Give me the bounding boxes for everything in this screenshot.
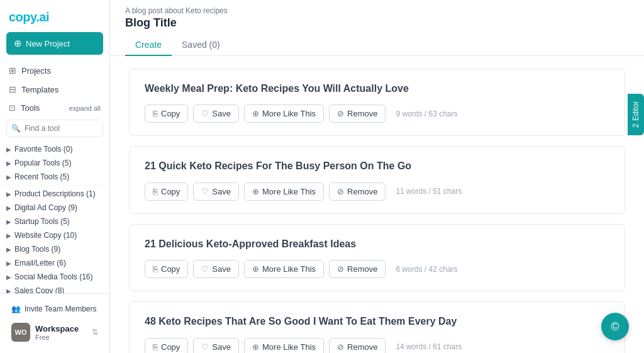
save-label: Save — [212, 187, 231, 196]
tab-create[interactable]: Create — [125, 35, 172, 56]
copy-icon: ⎘ — [153, 342, 158, 352]
chevron-icon: ▶ — [6, 191, 11, 198]
word-count-3: 14 words / 61 chars — [396, 342, 462, 351]
chat-icon: © — [611, 320, 619, 333]
top-bar: A blog post about Keto recipes Blog Titl… — [110, 0, 644, 56]
tool-group-label: Social Media Tools (16) — [14, 272, 93, 281]
remove-icon: ⊘ — [337, 342, 344, 352]
top-tabs: Create Saved (0) — [125, 35, 230, 55]
save-label: Save — [212, 264, 231, 274]
tool-group-2[interactable]: ▶ Recent Tools (5) — [0, 170, 109, 184]
remove-button-1[interactable]: ⊘ Remove — [329, 182, 386, 201]
save-button-0[interactable]: ♡ Save — [193, 104, 239, 123]
invite-icon: 👥 — [11, 305, 21, 313]
tool-group-1[interactable]: ▶ Popular Tools (5) — [0, 156, 109, 170]
new-project-button[interactable]: ⊕ New Project — [6, 32, 103, 55]
invite-team-button[interactable]: 👥 Invite Team Members — [6, 300, 103, 318]
templates-label: Templates — [21, 85, 58, 94]
copy-button-1[interactable]: ⎘ Copy — [145, 182, 188, 201]
remove-label: Remove — [347, 187, 377, 196]
logo-area: copy.ai — [0, 0, 109, 32]
tool-group-6[interactable]: ▶ Website Copy (10) — [0, 228, 109, 242]
sidebar: copy.ai ⊕ New Project ⊞ Projects ⊟ Templ… — [0, 0, 110, 353]
workspace-name: Workspace — [35, 324, 79, 333]
more-like-this-button-1[interactable]: ⊕ More Like This — [244, 182, 324, 201]
copy-label: Copy — [161, 342, 180, 352]
search-icon: 🔍 — [11, 124, 21, 133]
tool-group-label: Popular Tools (5) — [14, 159, 72, 167]
copy-label: Copy — [161, 109, 180, 118]
tool-group-7[interactable]: ▶ Blog Tools (9) — [0, 242, 109, 256]
more-like-this-button-2[interactable]: ⊕ More Like This — [244, 260, 324, 278]
save-button-1[interactable]: ♡ Save — [193, 182, 239, 201]
expand-all-button[interactable]: expand all — [69, 104, 101, 112]
chevron-icon: ▶ — [6, 146, 11, 153]
remove-button-2[interactable]: ⊘ Remove — [329, 260, 386, 278]
remove-icon: ⊘ — [337, 109, 344, 118]
workspace-avatar: WO — [11, 323, 30, 342]
word-count-0: 9 words / 63 chars — [396, 109, 457, 118]
result-actions-2: ⎘ Copy ♡ Save ⊕ More Like This ⊘ Remove … — [145, 260, 609, 278]
tool-group-4[interactable]: ▶ Digital Ad Copy (9) — [0, 201, 109, 215]
remove-button-3[interactable]: ⊘ Remove — [329, 338, 386, 353]
save-label: Save — [212, 342, 231, 352]
copy-button-0[interactable]: ⎘ Copy — [145, 104, 188, 123]
content-area: Weekly Meal Prep: Keto Recipes You Will … — [110, 56, 644, 353]
chat-bubble[interactable]: © — [601, 313, 629, 340]
chevron-icon: ▶ — [6, 205, 11, 211]
sidebar-footer: 👥 Invite Team Members WO Workspace Free … — [0, 293, 109, 353]
chevron-icon: ▶ — [6, 218, 11, 225]
chevron-icon: ▶ — [6, 160, 11, 167]
remove-button-0[interactable]: ⊘ Remove — [329, 104, 386, 123]
copy-button-2[interactable]: ⎘ Copy — [145, 260, 188, 278]
remove-label: Remove — [347, 264, 377, 274]
editor-button[interactable]: 2 Editor — [628, 94, 644, 135]
chevron-icon: ▶ — [6, 246, 11, 253]
tool-group-0[interactable]: ▶ Favorite Tools (0) — [0, 142, 109, 156]
tool-group-label: Product Descriptions (1) — [14, 189, 96, 198]
chevron-icon: ▶ — [6, 174, 11, 181]
page-header: A blog post about Keto recipes Blog Titl… — [125, 6, 230, 55]
tool-group-label: Sales Copy (8) — [14, 286, 64, 293]
save-button-3[interactable]: ♡ Save — [193, 338, 239, 353]
copy-label: Copy — [161, 187, 180, 196]
search-input[interactable] — [6, 120, 103, 137]
tools-label: Tools — [21, 103, 40, 113]
copy-icon: ⎘ — [153, 187, 158, 196]
editor-label: Editor — [631, 101, 640, 121]
tool-group-3[interactable]: ▶ Product Descriptions (1) — [0, 187, 109, 201]
tool-group-label: Recent Tools (5) — [14, 172, 69, 181]
result-actions-3: ⎘ Copy ♡ Save ⊕ More Like This ⊘ Remove … — [145, 338, 609, 353]
heart-icon: ♡ — [201, 109, 209, 118]
more-like-this-button-0[interactable]: ⊕ More Like This — [244, 104, 324, 123]
workspace-expand-icon: ⇅ — [92, 328, 98, 337]
more-like-this-button-3[interactable]: ⊕ More Like This — [244, 338, 324, 353]
workspace-row[interactable]: WO Workspace Free ⇅ — [6, 318, 103, 347]
logo-accent: .ai — [36, 10, 49, 24]
sidebar-item-projects[interactable]: ⊞ Projects — [0, 61, 109, 80]
tool-group-label: Startup Tools (5) — [14, 217, 70, 226]
breadcrumb: A blog post about Keto recipes — [125, 6, 230, 15]
templates-icon: ⊟ — [9, 84, 16, 94]
save-label: Save — [212, 109, 231, 118]
sidebar-item-templates[interactable]: ⊟ Templates — [0, 80, 109, 99]
logo-text: copy — [9, 10, 36, 24]
tool-group-9[interactable]: ▶ Social Media Tools (16) — [0, 270, 109, 284]
more-like-this-label: More Like This — [262, 264, 316, 274]
result-actions-1: ⎘ Copy ♡ Save ⊕ More Like This ⊘ Remove … — [145, 182, 609, 201]
result-card-1: 21 Quick Keto Recipes For The Busy Perso… — [129, 146, 625, 213]
tool-group-label: Website Copy (10) — [14, 231, 77, 240]
tool-group-8[interactable]: ▶ Email/Letter (6) — [0, 256, 109, 270]
copy-button-3[interactable]: ⎘ Copy — [145, 338, 188, 353]
tool-group-10[interactable]: ▶ Sales Copy (8) — [0, 284, 109, 293]
invite-label: Invite Team Members — [25, 305, 97, 313]
tool-group-label: Digital Ad Copy (9) — [14, 203, 77, 212]
result-title-3: 48 Keto Recipes That Are So Good I Want … — [145, 315, 609, 328]
tab-saved[interactable]: Saved (0) — [172, 35, 230, 56]
save-button-2[interactable]: ♡ Save — [193, 260, 239, 278]
chevron-icon: ▶ — [6, 274, 11, 281]
tool-group-5[interactable]: ▶ Startup Tools (5) — [0, 215, 109, 228]
more-like-this-label: More Like This — [262, 187, 316, 196]
result-card-2: 21 Delicious Keto-Approved Breakfast Ide… — [129, 224, 625, 291]
more-like-this-label: More Like This — [262, 342, 316, 352]
